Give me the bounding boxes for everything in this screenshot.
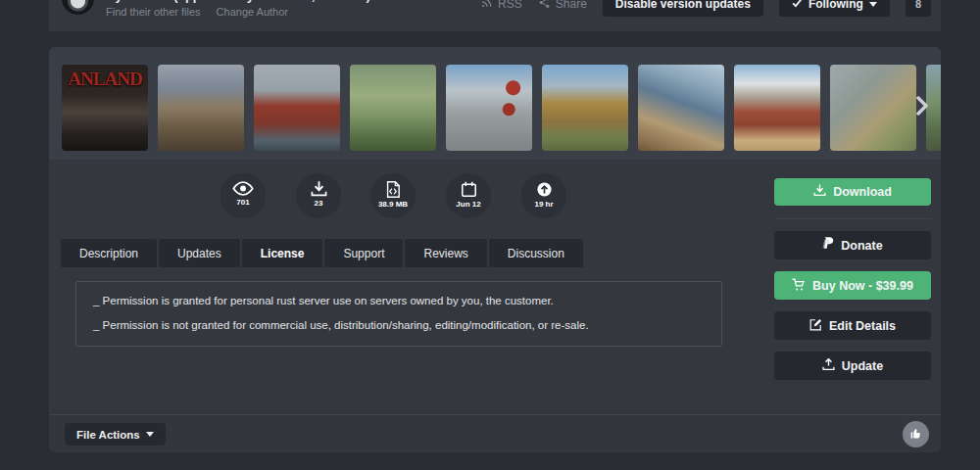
like-button[interactable] [903,421,929,447]
carousel-next-button[interactable] [913,95,931,120]
author-avatar[interactable] [62,0,94,15]
file-actions-button[interactable]: File Actions [65,423,166,446]
tab-discussion[interactable]: Discussion [489,239,583,267]
follower-count-button[interactable]: 8 [906,0,931,17]
thumbnail-yellow-train[interactable] [542,65,628,151]
content-tabs: Description Updates License Support Revi… [61,239,583,267]
calendar-icon [461,181,477,198]
update-button[interactable]: Update [774,352,931,380]
views-count: 701 [236,198,249,207]
downloads-stat: 23 [296,173,341,218]
caret-down-icon [146,432,154,437]
donate-button[interactable]: Donate [774,231,931,259]
date-stat: Jun 12 [446,173,491,218]
share-icon [538,0,551,12]
author-byline: By Shir0 H (approved by Amestris, June 1… [106,0,370,3]
license-line-1: _ Permission is granted for personal rus… [93,295,705,306]
caret-down-icon [869,2,877,7]
file-code-icon [386,181,400,198]
download-tray-icon [813,184,826,200]
thumbnail-beach-dock[interactable] [638,65,724,151]
edit-icon [809,318,822,334]
rss-link[interactable]: RSS [480,0,522,12]
change-author-link[interactable]: Change Author [217,6,288,18]
following-button[interactable]: Following [779,0,890,17]
tab-support[interactable]: Support [324,239,403,267]
anland-title-text: ANLAND [62,69,148,90]
page: By Shir0 H (approved by Amestris, June 1… [0,0,980,470]
check-icon [792,0,803,11]
chevron-right-icon [916,96,928,119]
thumbnail-anland-cover[interactable]: ANLAND [62,65,148,151]
thumbnail-strip: ANLAND [62,65,941,151]
license-line-2: _ Permission is not granted for commerci… [93,319,705,331]
eye-icon [232,181,254,196]
file-card: ANLAND 701 23 [49,47,941,452]
thumbnail-road-stop-signs[interactable] [446,65,532,151]
thumbnail-wooden-dock-village[interactable] [158,65,244,151]
thumbnail-coastal-aerial[interactable] [830,65,916,151]
card-footer: File Actions [49,414,941,452]
disable-version-updates-button[interactable]: Disable version updates [603,0,763,17]
buy-now-button[interactable]: Buy Now - $39.99 [774,271,931,300]
share-link[interactable]: Share [538,0,587,12]
spacer [774,340,931,352]
updated-stat: 19 hr [521,173,566,218]
action-sidebar: Download Donate Buy Now - $39.99 Edit De… [774,178,931,380]
updated-value: 19 hr [534,200,553,209]
thumbnail-red-barn[interactable] [734,65,820,151]
sidebar-divider [774,218,931,219]
cart-icon [792,278,806,294]
tab-license[interactable]: License [242,239,323,267]
rss-icon [480,0,493,12]
author-bar-actions: RSS Share Disable version updates Follow… [480,0,931,17]
find-other-files-link[interactable]: Find their other files [106,6,201,18]
date-value: Jun 12 [456,200,480,209]
download-button[interactable]: Download [774,178,931,206]
license-panel: _ Permission is granted for personal rus… [75,281,722,347]
author-links: Find their other files Change Author [106,6,288,18]
download-icon [311,181,327,197]
thumbs-up-icon [909,426,922,444]
arrow-up-circle-icon [536,181,553,198]
author-bar: By Shir0 H (approved by Amestris, June 1… [49,0,941,31]
thumbnail-swamp-forest[interactable] [350,65,436,151]
edit-details-button[interactable]: Edit Details [774,311,931,340]
views-stat: 701 [220,173,266,218]
downloads-count: 23 [315,199,323,208]
spacer [774,259,931,271]
thumbnail-red-barge[interactable] [254,65,340,151]
tab-updates[interactable]: Updates [159,239,240,267]
paypal-icon [822,237,834,254]
file-size-stat: 38.9 MB [370,173,416,218]
upload-icon [822,358,835,374]
tab-description[interactable]: Description [61,239,157,267]
tab-reviews[interactable]: Reviews [405,239,486,267]
file-size-value: 38.9 MB [378,200,408,209]
spacer [774,300,931,311]
screenshot-carousel: ANLAND [49,47,941,160]
